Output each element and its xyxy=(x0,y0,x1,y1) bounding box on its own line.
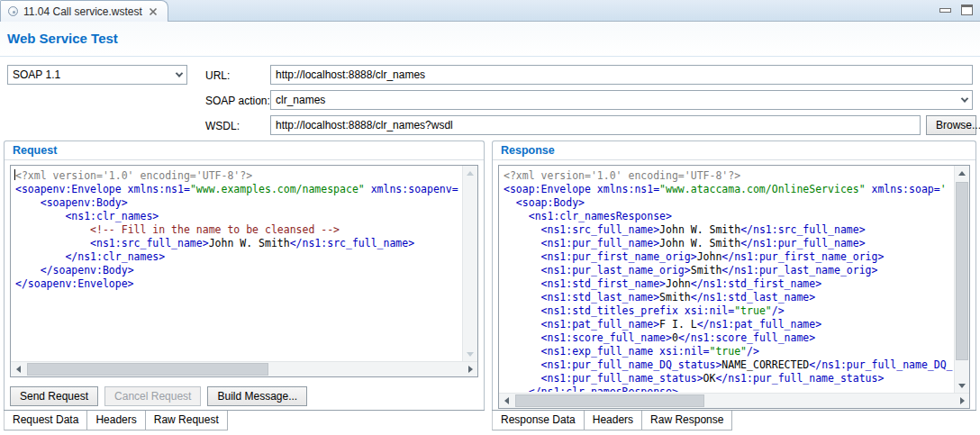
xml-token: /> xyxy=(772,304,785,317)
xml-line: <soapenv:Envelope xmlns:ns1="www.example… xyxy=(15,183,461,196)
xml-token: <ns1:pat_full_name> xyxy=(541,318,660,331)
xml-line: <soap:Body> xyxy=(504,196,953,210)
xml-token: </ns1:clr_namesResponse> xyxy=(529,385,678,392)
scroll-down-button[interactable] xyxy=(955,378,969,393)
scroll-up-button[interactable] xyxy=(955,166,969,180)
scroll-down-button[interactable] xyxy=(463,347,477,361)
response-horizontal-scrollbar[interactable] xyxy=(499,393,969,408)
request-horizontal-scrollbar[interactable] xyxy=(11,361,477,376)
xml-token: "www.ataccama.com/OnlineServices" xyxy=(659,183,865,195)
xml-line: <?xml version='1.0' encoding='UTF-8'?> xyxy=(15,169,461,183)
xml-token xyxy=(504,210,529,222)
view-controls xyxy=(939,5,973,15)
xml-token: </soapenv:Envelope> xyxy=(15,277,134,290)
tab-request-data[interactable]: Request Data xyxy=(4,411,87,430)
xml-token: 0 xyxy=(672,331,678,344)
xml-token: OK xyxy=(703,372,716,385)
xml-token xyxy=(504,372,541,385)
xml-line: </ns1:clr_namesResponse> xyxy=(504,385,953,392)
scroll-right-button[interactable] xyxy=(955,394,969,408)
response-panel: Response <?xml version='1.0' encoding='U… xyxy=(492,140,976,410)
request-vertical-scrollbar[interactable] xyxy=(462,166,477,361)
request-editor[interactable]: <?xml version='1.0' encoding='UTF-8'?><s… xyxy=(10,165,478,377)
xml-line: <ns1:std_titles_prefix xsi:nil="true"/> xyxy=(504,304,953,318)
xml-token: </soapenv:Body> xyxy=(41,264,134,276)
chevron-down-icon[interactable] xyxy=(957,91,972,109)
xml-token: <ns1:src_full_name> xyxy=(541,223,660,236)
xml-token: <ns1:std_first_name> xyxy=(541,277,666,290)
xml-token: <ns1:clr_namesResponse> xyxy=(529,210,672,222)
xml-token: <ns1:std_titles_prefix xsi:nil= xyxy=(541,304,735,317)
xml-line: <ns1:clr_namesResponse> xyxy=(504,210,953,223)
xml-token xyxy=(504,264,541,276)
xml-line: <soapenv:Body> xyxy=(15,196,461,210)
xml-line: <soap:Envelope xmlns:ns1="www.ataccama.c… xyxy=(504,183,953,196)
xml-token xyxy=(15,196,41,209)
minimize-icon[interactable] xyxy=(939,8,951,13)
xml-token: </ns1:std_first_name> xyxy=(691,277,821,290)
tab-response-headers[interactable]: Headers xyxy=(585,411,642,430)
tab-raw-response[interactable]: Raw Response xyxy=(642,411,732,430)
soap-action-combobox[interactable]: clr_names xyxy=(270,90,973,110)
tab-response-data[interactable]: Response Data xyxy=(492,411,585,430)
chevron-down-icon[interactable] xyxy=(171,66,186,84)
xml-token: xmlns:soapenv= xyxy=(365,183,458,195)
soap-version-select[interactable]: SOAP 1.1 xyxy=(7,65,187,85)
request-xml-code[interactable]: <?xml version='1.0' encoding='UTF-8'?><s… xyxy=(12,167,461,360)
xml-line: <ns1:pat_full_name>F I. L</ns1:pat_full_… xyxy=(504,318,953,331)
xml-token xyxy=(504,358,541,371)
tab-raw-request[interactable]: Raw Request xyxy=(146,411,228,430)
xml-token xyxy=(15,237,90,249)
build-message-button[interactable]: Build Message... xyxy=(207,386,307,406)
scrollbar-thumb[interactable] xyxy=(515,394,704,407)
xml-token: "www.examples.com/namespace" xyxy=(190,183,365,195)
scrollbar-thumb[interactable] xyxy=(956,182,968,360)
editor-tab-title: 11.04 Call service.wstest xyxy=(23,5,142,18)
xml-token: <soapenv:Envelope xmlns:ns1= xyxy=(15,183,190,195)
xml-line: <ns1:src_full_name>John W. Smith</ns1:sr… xyxy=(15,237,461,250)
xml-line: <ns1:pur_last_name_orig>Smith</ns1:pur_l… xyxy=(504,264,953,277)
xml-token xyxy=(504,385,529,392)
xml-line: <ns1:src_full_name>John W. Smith</ns1:sr… xyxy=(504,223,953,237)
scroll-left-button[interactable] xyxy=(499,394,513,408)
xml-token: <ns1:score_full_name> xyxy=(541,331,672,344)
soap-version-value: SOAP 1.1 xyxy=(13,68,171,81)
xml-token: John W. Smith xyxy=(659,223,740,236)
response-panel-title: Response xyxy=(493,141,975,160)
xml-token: </ns1:pur_last_name_orig> xyxy=(721,264,877,276)
response-xml-code[interactable]: <?xml version='1.0' encoding='UTF-8'?><s… xyxy=(500,167,953,392)
response-vertical-scrollbar[interactable] xyxy=(954,166,969,393)
browse-button[interactable]: Browse... xyxy=(926,115,976,135)
xml-line: <ns1:clr_names> xyxy=(15,210,461,223)
send-request-button[interactable]: Send Request xyxy=(10,386,98,406)
xml-token: <ns1:clr_names> xyxy=(65,210,159,222)
wsdl-input[interactable] xyxy=(270,115,921,135)
xml-token xyxy=(15,223,90,236)
url-input[interactable] xyxy=(270,65,973,85)
xml-token xyxy=(15,210,65,222)
xml-token xyxy=(504,237,541,249)
scroll-up-button[interactable] xyxy=(463,166,477,180)
heading-section: Web Service Test xyxy=(0,22,980,57)
editor-tab[interactable]: 11.04 Call service.wstest xyxy=(0,0,168,22)
scrollbar-thumb[interactable] xyxy=(27,363,268,376)
scroll-left-button[interactable] xyxy=(11,362,25,376)
xml-token xyxy=(15,264,41,276)
tab-close-icon[interactable] xyxy=(148,6,159,17)
xml-token: <?xml version='1.0' encoding='UTF-8'?> xyxy=(15,169,252,182)
response-editor[interactable]: <?xml version='1.0' encoding='UTF-8'?><s… xyxy=(498,165,970,409)
xml-token xyxy=(504,223,541,236)
xml-line: </soapenv:Body> xyxy=(15,264,461,277)
xml-token: </ns1:std_last_name> xyxy=(691,291,815,304)
xml-token: "true" xyxy=(734,304,772,317)
xml-token: <ns1:pur_full_name_status> xyxy=(541,372,703,385)
xml-token: <ns1:src_full_name> xyxy=(90,237,209,249)
xml-line: <ns1:score_full_name>0</ns1:score_full_n… xyxy=(504,331,953,345)
xml-token xyxy=(504,345,541,358)
xml-line: <ns1:pur_full_name_DQ_status>NAME_CORREC… xyxy=(504,358,953,372)
scroll-right-button[interactable] xyxy=(463,362,477,376)
xml-token xyxy=(504,331,541,344)
tab-request-headers[interactable]: Headers xyxy=(87,411,145,430)
xml-token xyxy=(504,196,516,209)
maximize-icon[interactable] xyxy=(961,5,973,15)
